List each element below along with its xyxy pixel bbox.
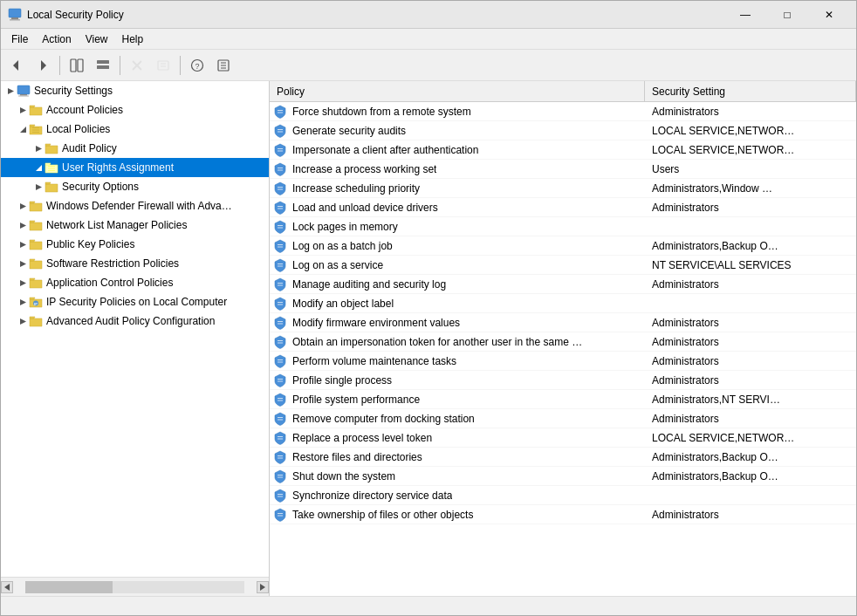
close-button[interactable]: ✕ <box>809 3 849 27</box>
policy-name: Shut down the system <box>292 470 395 483</box>
list-item[interactable]: Shut down the system Administrators,Back… <box>270 467 856 486</box>
tree-item-user-rights[interactable]: User Rights Assignment <box>1 158 269 177</box>
show-hide-button[interactable] <box>65 53 89 78</box>
list-item[interactable]: Log on as a service NT SERVICE\ALL SERVI… <box>270 256 856 275</box>
tree-item-local-policies[interactable]: Local Policies <box>1 120 269 139</box>
tree-item-software-restriction[interactable]: Software Restriction Policies <box>1 254 269 273</box>
svg-marker-4 <box>41 60 46 71</box>
list-item[interactable]: Manage auditing and security log Adminis… <box>270 275 856 294</box>
network-list-icon <box>29 218 43 232</box>
policy-name: Generate security audits <box>292 125 406 137</box>
tree-item-account-policies[interactable]: Account Policies <box>1 100 269 120</box>
cell-policy: Impersonate a client after authenticatio… <box>270 143 645 157</box>
panel-button[interactable] <box>91 53 115 78</box>
setting-value: Administrators <box>645 106 856 118</box>
cell-policy: Log on as a batch job <box>270 239 645 253</box>
list-scroll[interactable]: Force shutdown from a remote system Admi… <box>270 102 856 596</box>
policy-icon <box>273 412 287 426</box>
tree-label-app-control: Application Control Policies <box>46 277 173 289</box>
list-item[interactable]: Impersonate a client after authenticatio… <box>270 140 856 160</box>
toggle-software-restriction[interactable] <box>17 257 29 270</box>
delete-button[interactable] <box>125 53 149 78</box>
forward-button[interactable] <box>31 53 55 78</box>
toggle-local-policies[interactable] <box>17 123 29 135</box>
list-item[interactable]: Modify firmware environment values Admin… <box>270 313 856 332</box>
svg-marker-39 <box>20 280 26 286</box>
list-item[interactable]: Load and unload device drivers Administr… <box>270 198 856 217</box>
toggle-ip-security[interactable] <box>17 296 29 308</box>
list-item[interactable]: Take ownership of files or other objects… <box>270 505 856 524</box>
hscroll-thumb <box>25 581 113 593</box>
tree-item-ip-security[interactable]: IP IP Security Policies on Local Compute… <box>1 292 269 311</box>
list-item[interactable]: Modify an object label <box>270 294 856 313</box>
tree-item-public-key[interactable]: Public Key Policies <box>1 235 269 254</box>
tree-item-security-options[interactable]: Security Options <box>1 177 269 196</box>
list-item[interactable]: Force shutdown from a remote system Admi… <box>270 102 856 121</box>
list-item[interactable]: Remove computer from docking station Adm… <box>270 409 856 428</box>
list-item[interactable]: Perform volume maintenance tasks Adminis… <box>270 352 856 371</box>
tree-scroll[interactable]: Security Settings Account Policies <box>1 81 269 577</box>
minimize-button[interactable]: — <box>725 3 765 27</box>
svg-rect-32 <box>48 168 55 169</box>
cell-policy: Increase scheduling priority <box>270 181 645 195</box>
back-button[interactable] <box>4 53 29 78</box>
hscroll-track[interactable] <box>25 581 244 593</box>
tree-label-account-policies: Account Policies <box>46 104 123 116</box>
properties-button[interactable] <box>151 53 175 78</box>
col-header-setting[interactable]: Security Setting <box>645 81 856 101</box>
maximize-button[interactable]: □ <box>767 3 807 27</box>
svg-marker-45 <box>260 584 265 591</box>
toolbar-sep-2 <box>120 56 120 75</box>
menu-action[interactable]: Action <box>35 31 78 47</box>
svg-rect-64 <box>278 283 283 284</box>
toggle-public-key[interactable] <box>17 238 29 250</box>
tree-item-advanced-audit[interactable]: Advanced Audit Policy Configuration <box>1 311 269 331</box>
svg-rect-51 <box>278 150 283 151</box>
tree-item-network-list[interactable]: Network List Manager Policies <box>1 216 269 235</box>
list-item[interactable]: Increase a process working set Users <box>270 160 856 179</box>
toggle-user-rights[interactable] <box>32 161 45 174</box>
toggle-advanced-audit[interactable] <box>17 315 29 327</box>
menu-view[interactable]: View <box>79 31 115 47</box>
svg-rect-26 <box>32 127 39 128</box>
cell-policy: Modify an object label <box>270 297 645 311</box>
list-item[interactable]: Lock pages in memory <box>270 217 856 236</box>
tree-label-advanced-audit: Advanced Audit Policy Configuration <box>46 315 215 327</box>
toggle-windows-firewall[interactable] <box>17 200 29 212</box>
col-header-policy[interactable]: Policy <box>270 81 645 101</box>
help-button[interactable]: ? <box>185 53 209 78</box>
toggle-audit-policy[interactable] <box>32 142 45 154</box>
svg-rect-0 <box>9 9 21 17</box>
svg-rect-71 <box>278 342 283 343</box>
tree-item-windows-firewall[interactable]: Windows Defender Firewall with Adva… <box>1 196 269 216</box>
hscroll-left-btn[interactable] <box>1 581 13 593</box>
menu-file[interactable]: File <box>4 31 35 47</box>
tree-item-app-control[interactable]: Application Control Policies <box>1 273 269 292</box>
hscroll-right-btn[interactable] <box>257 581 269 593</box>
policy-name: Impersonate a client after authenticatio… <box>292 144 478 156</box>
tree-item-security-settings[interactable]: Security Settings <box>1 81 269 100</box>
list-item[interactable]: Replace a process level token LOCAL SERV… <box>270 428 856 448</box>
toggle-account-policies[interactable] <box>17 104 29 116</box>
list-item[interactable]: Profile system performance Administrator… <box>270 390 856 409</box>
list-item[interactable]: Obtain an impersonation token for anothe… <box>270 332 856 352</box>
menu-help[interactable]: Help <box>115 31 151 47</box>
list-item[interactable]: Synchronize directory service data <box>270 486 856 505</box>
tree-hscroll[interactable] <box>1 577 269 596</box>
list-item[interactable]: Restore files and directories Administra… <box>270 448 856 467</box>
list-item[interactable]: Increase scheduling priority Administrat… <box>270 179 856 198</box>
software-restriction-icon <box>29 257 43 270</box>
toggle-network-list[interactable] <box>17 219 29 231</box>
svg-rect-82 <box>278 455 283 456</box>
svg-rect-21 <box>17 86 30 94</box>
policy-name: Increase scheduling priority <box>292 182 420 195</box>
toggle-security-settings[interactable] <box>4 85 17 97</box>
toggle-app-control[interactable] <box>17 277 29 289</box>
export-button[interactable] <box>211 53 236 78</box>
list-item[interactable]: Generate security audits LOCAL SERVICE,N… <box>270 121 856 140</box>
cell-policy: Generate security audits <box>270 124 645 138</box>
tree-item-audit-policy[interactable]: Audit Policy <box>1 139 269 158</box>
list-item[interactable]: Profile single process Administrators <box>270 371 856 390</box>
toggle-security-options[interactable] <box>32 181 45 193</box>
list-item[interactable]: Log on as a batch job Administrators,Bac… <box>270 236 856 256</box>
